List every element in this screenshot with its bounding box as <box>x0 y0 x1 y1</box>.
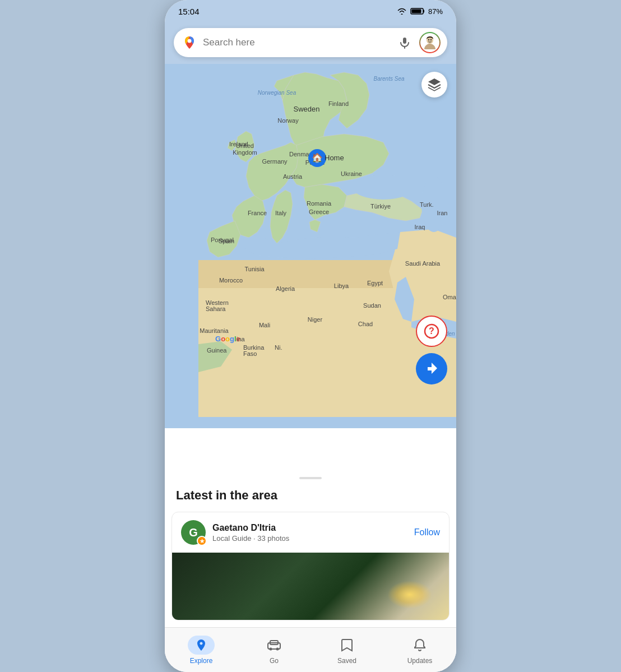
svg-point-66 <box>276 647 279 650</box>
guide-card: G ★ Gaetano D'Itria Local Guide · 33 pho… <box>172 512 449 620</box>
updates-icon-wrap <box>406 636 433 655</box>
svg-text:Portugal: Portugal <box>211 237 234 243</box>
status-icons: 87% <box>397 7 443 16</box>
guide-info: Gaetano D'Itria Local Guide · 33 photos <box>212 523 407 543</box>
guide-meta: Local Guide · 33 photos <box>212 534 407 543</box>
svg-text:Niger: Niger <box>308 316 323 323</box>
svg-text:Iran: Iran <box>437 210 448 216</box>
battery-percent: 87% <box>428 7 443 16</box>
svg-text:Mauritania: Mauritania <box>200 327 229 334</box>
svg-text:Norway: Norway <box>277 117 299 124</box>
svg-text:Finland: Finland <box>328 100 349 107</box>
svg-text:🏠: 🏠 <box>312 152 323 163</box>
svg-rect-1 <box>423 10 424 13</box>
bottom-sheet: Latest in the area G ★ Gaetano D'Itria L… <box>165 471 456 672</box>
help-button[interactable]: ? <box>416 316 447 347</box>
guide-avatar: G ★ <box>181 520 206 545</box>
directions-icon <box>423 360 440 377</box>
layers-icon <box>427 77 442 92</box>
nav-item-saved[interactable]: Saved <box>310 636 383 665</box>
svg-text:Turk.: Turk. <box>420 201 434 208</box>
saved-icon <box>341 638 353 652</box>
svg-text:Ni.: Ni. <box>275 344 282 351</box>
svg-text:Saudi Arabia: Saudi Arabia <box>405 260 441 267</box>
layer-button[interactable] <box>421 72 447 98</box>
saved-icon-wrap <box>333 636 360 655</box>
svg-text:Ukraine: Ukraine <box>341 170 362 177</box>
svg-text:Norwegian Sea: Norwegian Sea <box>258 90 296 96</box>
directions-button[interactable] <box>416 353 447 384</box>
svg-text:Mali: Mali <box>259 322 270 328</box>
svg-text:Iraq: Iraq <box>415 224 425 230</box>
updates-label: Updates <box>407 657 433 665</box>
map-container[interactable]: Sweden Finland Norway United Kingdom Ire… <box>165 64 456 428</box>
svg-text:France: France <box>248 210 267 216</box>
nav-item-explore[interactable]: Explore <box>165 636 238 665</box>
explore-icon <box>194 638 208 652</box>
search-input[interactable]: Search here <box>203 37 390 48</box>
svg-text:Germany: Germany <box>262 158 288 165</box>
sheet-handle <box>299 477 322 479</box>
nav-item-updates[interactable]: Updates <box>383 636 456 665</box>
go-label: Go <box>270 657 279 665</box>
svg-text:Greece: Greece <box>309 208 329 215</box>
bottom-nav: Explore Go <box>165 627 456 672</box>
guide-badge: ★ <box>197 536 207 546</box>
svg-text:Chad: Chad <box>358 321 373 327</box>
search-bar-container: Search here <box>165 22 456 64</box>
status-bar: 15:04 87% <box>165 0 456 22</box>
svg-text:Romania: Romania <box>307 200 332 207</box>
svg-text:Home: Home <box>325 154 344 162</box>
svg-text:Libya: Libya <box>334 282 349 289</box>
go-icon-wrap <box>261 636 288 655</box>
follow-button[interactable]: Follow <box>414 527 440 537</box>
svg-point-3 <box>188 39 192 43</box>
phone-frame: 15:04 87% <box>165 0 456 672</box>
svg-text:Türkiye: Türkiye <box>370 203 391 210</box>
svg-text:Italy: Italy <box>275 210 287 216</box>
svg-text:Algeria: Algeria <box>276 285 295 292</box>
svg-text:Sahara: Sahara <box>206 305 226 312</box>
nav-item-go[interactable]: Go <box>238 636 310 665</box>
wifi-icon <box>397 7 407 15</box>
svg-point-12 <box>353 175 414 200</box>
explore-icon-wrap <box>188 636 215 655</box>
help-circle-icon: ? <box>424 323 439 339</box>
svg-text:Ireland: Ireland <box>229 141 248 147</box>
user-avatar[interactable] <box>419 32 441 53</box>
updates-icon <box>414 638 426 652</box>
maps-logo-icon <box>182 35 197 50</box>
svg-point-7 <box>428 39 429 40</box>
svg-rect-11 <box>198 288 423 400</box>
guide-header: G ★ Gaetano D'Itria Local Guide · 33 pho… <box>172 512 449 553</box>
svg-text:?: ? <box>429 326 434 336</box>
svg-text:Tunisia: Tunisia <box>244 266 265 272</box>
saved-label: Saved <box>337 657 356 665</box>
svg-text:Egypt: Egypt <box>367 280 383 286</box>
explore-label: Explore <box>190 657 213 665</box>
svg-text:ina: ina <box>237 336 245 342</box>
svg-rect-4 <box>403 38 406 44</box>
go-icon <box>266 639 282 651</box>
svg-point-65 <box>270 647 272 650</box>
svg-point-8 <box>430 39 432 40</box>
svg-text:Oma.: Oma. <box>443 294 456 300</box>
guide-avatar-letter: G <box>189 526 198 539</box>
guide-name: Gaetano D'Itria <box>212 523 407 533</box>
latest-in-area-title: Latest in the area <box>165 484 456 512</box>
svg-text:Morocco: Morocco <box>219 277 243 284</box>
svg-text:Kingdom: Kingdom <box>233 149 257 156</box>
svg-text:Sweden: Sweden <box>294 105 320 113</box>
svg-text:Barents Sea: Barents Sea <box>373 76 404 82</box>
svg-text:Austria: Austria <box>283 173 303 180</box>
svg-rect-2 <box>411 10 421 13</box>
svg-text:Faso: Faso <box>243 350 257 357</box>
mic-icon[interactable] <box>396 34 414 52</box>
status-time: 15:04 <box>178 7 200 16</box>
search-bar[interactable]: Search here <box>174 28 447 57</box>
svg-text:Sudan: Sudan <box>363 302 381 309</box>
svg-text:Guinea: Guinea <box>207 347 227 354</box>
battery-icon <box>410 7 425 15</box>
photo-preview[interactable] <box>172 553 449 620</box>
